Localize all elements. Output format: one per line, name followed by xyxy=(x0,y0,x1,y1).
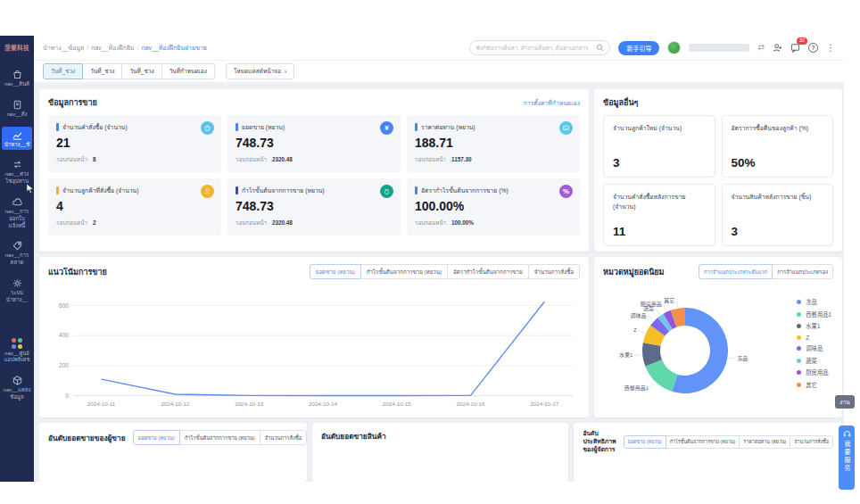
money-bag-icon xyxy=(380,185,393,198)
global-search xyxy=(469,40,610,55)
manager-tab-order-count[interactable]: จำนวนการสั่งซื้อ xyxy=(790,435,833,449)
sidebar-item-products[interactable]: nav__สินค้ xyxy=(2,66,32,90)
stat-card-gross-profit[interactable]: กำไรขั้นต้นจากการขาย (หยวน) 748.73 รอบก่… xyxy=(227,178,401,235)
document-icon xyxy=(2,99,32,111)
search-input[interactable] xyxy=(475,45,596,51)
cloud-icon xyxy=(2,196,32,208)
stat-value: 4 xyxy=(56,199,213,213)
other-card-aftersale-orders[interactable]: จำนวนคำสั่งซื้อหลังการขาย (จำนวน) 11 xyxy=(603,184,715,246)
percent-icon: % xyxy=(559,185,573,198)
legend-label: 其它 xyxy=(806,381,817,389)
accent-bar xyxy=(415,186,418,194)
stat-card-buying-customers[interactable]: จำนวนลูกค้าที่สั่งซื้อ (จำนวน) 4 รอบก่อน… xyxy=(48,178,221,235)
invite-user-icon[interactable] xyxy=(773,43,782,53)
stat-value: 188.71 xyxy=(415,136,572,150)
other-card-repurchase-rate[interactable]: อัตราการซื้อคืนของลูกค้า (%) 50% xyxy=(722,115,834,178)
legend-item[interactable]: Z xyxy=(797,335,831,341)
date-tab-range-1[interactable]: วันที่_ช่วง xyxy=(43,63,83,79)
username-redacted xyxy=(689,44,749,52)
sidebar-item-supply-chain[interactable]: nav__ห่วง โซ่อุปทาน xyxy=(2,156,32,187)
legend-dot xyxy=(797,370,801,375)
date-tab-custom[interactable]: วันที่กำหนดเอง xyxy=(161,63,215,79)
legend-item[interactable]: 冻品 xyxy=(797,298,831,306)
trend-metric-tabs: ยอดขาย (หยวน) กำไรขั้นต้นจากการขาย (หยวน… xyxy=(310,264,580,279)
legend-dot xyxy=(797,359,801,363)
other-card-new-customers[interactable]: จำนวนลูกค้าใหม่ (จำนวน) 3 xyxy=(603,115,715,178)
svg-text:200: 200 xyxy=(59,362,69,368)
breadcrumb-item[interactable]: nav__ห้องฝึกยิม xyxy=(91,45,134,51)
date-tab-range-3[interactable]: วันที่_ช่วง xyxy=(121,63,161,79)
stat-card-gross-margin[interactable]: อัตรากำไรขั้นต้นจากการขาย (%) % 100.00% … xyxy=(407,178,580,235)
legend-dot xyxy=(797,312,801,317)
prev-value: 2320.48 xyxy=(272,219,293,226)
svg-text:西餐用品1: 西餐用品1 xyxy=(624,384,649,392)
legend-item[interactable]: 蔬菜 xyxy=(797,357,831,365)
legend-item[interactable]: 厨房用品 xyxy=(797,368,831,376)
seller-tab-order-count[interactable]: จำนวนการสั่งซื้อ xyxy=(260,430,308,445)
task-float-tab[interactable]: งาน xyxy=(835,395,855,409)
sidebar-item-app-center[interactable]: nav__ศูนย์ แอปพลิเคช xyxy=(2,335,32,367)
legend-label: 蔬菜 xyxy=(806,357,817,365)
help-icon[interactable]: ? xyxy=(808,43,818,53)
svg-text:2024-10-11: 2024-10-11 xyxy=(87,401,116,407)
svg-text:冻品: 冻品 xyxy=(737,355,748,362)
cast-mode-button[interactable]: โหมดแคสต์หน้าจอ› xyxy=(226,63,294,79)
stat-card-price-per-person[interactable]: ราคาต่อท่าน (หยวน) 188.71 รอบก่อนหน้า115… xyxy=(407,115,580,172)
seller-ranking-title: อันดับยอดขายของผู้ขาย xyxy=(48,432,126,444)
sidebar-item-orders[interactable]: nav__สั่ง xyxy=(2,96,32,120)
sidebar-item-invoicing[interactable]: nav__การ ออกใบ แจ้งหนี้ xyxy=(2,194,32,231)
legend-item[interactable]: 水果1 xyxy=(797,322,831,330)
category-donut-chart: 冻品西餐用品1水果1Z调味品蔬菜厨房用品其它 xyxy=(603,285,773,410)
newbie-guide-button[interactable]: 新手引导 xyxy=(618,41,659,55)
seller-tab-gross-profit[interactable]: กำไรขั้นต้นจากการขาย (หยวน) xyxy=(179,430,260,445)
legend-item[interactable]: 调味品 xyxy=(797,344,831,352)
swap-arrows-icon xyxy=(2,159,32,170)
sidebar-item-marketing[interactable]: nav__การ ตลาด xyxy=(2,237,32,269)
breadcrumb-item[interactable]: นำทาง__ข้อมูล xyxy=(43,45,84,51)
accent-bar xyxy=(236,186,238,194)
legend-item[interactable]: 西餐用品1 xyxy=(797,310,831,318)
sidebar-item-data-source[interactable]: nav__แหล่ง ข้อมูล xyxy=(2,372,32,403)
svg-text:水果1: 水果1 xyxy=(619,351,633,359)
accent-bar xyxy=(56,123,59,131)
manager-tab-sales[interactable]: ยอดขาย (หยวน) xyxy=(624,435,666,449)
manager-tab-price-per-person[interactable]: ราคาต่อท่าน (หยวน) xyxy=(739,435,790,449)
avatar[interactable] xyxy=(667,41,681,54)
sidebar-item-data-nav[interactable]: นำทาง__ข้ xyxy=(2,127,32,151)
line-chart-icon xyxy=(2,129,32,141)
prev-value: 8 xyxy=(93,156,96,162)
date-tab-range-2[interactable]: วันที่_ช่วง xyxy=(82,63,122,79)
trend-tab-gross-margin[interactable]: อัตรากำไรขั้นต้นจากการขาย xyxy=(447,264,529,279)
other-card-aftersale-items[interactable]: จำนวนสินค้าหลังการขาย (ชิ้น) 3 xyxy=(722,184,834,246)
seller-tab-sales[interactable]: ยอดขาย (หยวน) xyxy=(133,430,180,445)
accent-bar xyxy=(236,123,238,131)
trend-tab-order-count[interactable]: จำนวนการสั่งซื้อ xyxy=(528,264,580,279)
custom-settings-link[interactable]: การตั้งค่าที่กำหนดเอง xyxy=(524,98,580,108)
svg-text:2024-10-14: 2024-10-14 xyxy=(309,401,337,407)
legend-item[interactable]: 其它 xyxy=(797,381,831,389)
prev-value: 2 xyxy=(93,219,96,226)
trend-tab-sales[interactable]: ยอดขาย (หยวน) xyxy=(310,264,361,279)
legend-label: 厨房用品 xyxy=(806,368,828,376)
sales-panel-title: ข้อมูลการขาย xyxy=(48,96,97,109)
customer-service-float-tab[interactable]: 我要服务 xyxy=(839,426,855,490)
messages-icon[interactable]: 32 xyxy=(790,43,800,53)
bag-icon xyxy=(201,121,214,135)
switch-account-icon[interactable]: ⇄ xyxy=(757,44,765,52)
category-level-tabs: การจำแนกประเภทระดับแรก การจำแนกประเภทรอง xyxy=(699,264,833,279)
category-tab-secondary[interactable]: การจำแนกประเภทรอง xyxy=(772,264,833,279)
stat-card-sales-amount[interactable]: ยอดขาย (หยวน) ¥ 748.73 รอบก่อนหน้า2320.4… xyxy=(227,115,401,172)
category-panel-title: หมวดหมู่ยอดนิยม xyxy=(603,266,665,278)
manager-tab-gross-profit[interactable]: กำไรขั้นต้นจากการขาย (หยวน) xyxy=(666,435,740,449)
sales-stat-grid: จำนวนคำสั่งซื้อ (จำนวน) 21 รอบก่อนหน้า8 … xyxy=(48,115,580,235)
other-data-panel: ข้อมูลอื่นๆ จำนวนลูกค้าใหม่ (จำนวน) 3 อั… xyxy=(594,89,842,252)
app-window: 涅槃科技 nav__สินค้ nav__สั่ง นำทาง__ข้ nav_… xyxy=(0,36,844,482)
sidebar-item-system-nav[interactable]: ระบบ นำทาง__ xyxy=(2,275,32,306)
category-tab-primary[interactable]: การจำแนกประเภทระดับแรก xyxy=(699,264,773,279)
legend-label: 水果1 xyxy=(806,322,820,330)
trend-tab-gross-profit[interactable]: กำไรขั้นต้นจากการขาย (หยวน) xyxy=(360,264,448,279)
product-ranking-title: อันดับยอดขายสินค้า xyxy=(321,430,386,442)
svg-text:600: 600 xyxy=(59,302,69,309)
stat-card-orders[interactable]: จำนวนคำสั่งซื้อ (จำนวน) 21 รอบก่อนหน้า8 xyxy=(48,115,221,172)
more-menu-icon[interactable]: ⋮ xyxy=(826,44,835,53)
